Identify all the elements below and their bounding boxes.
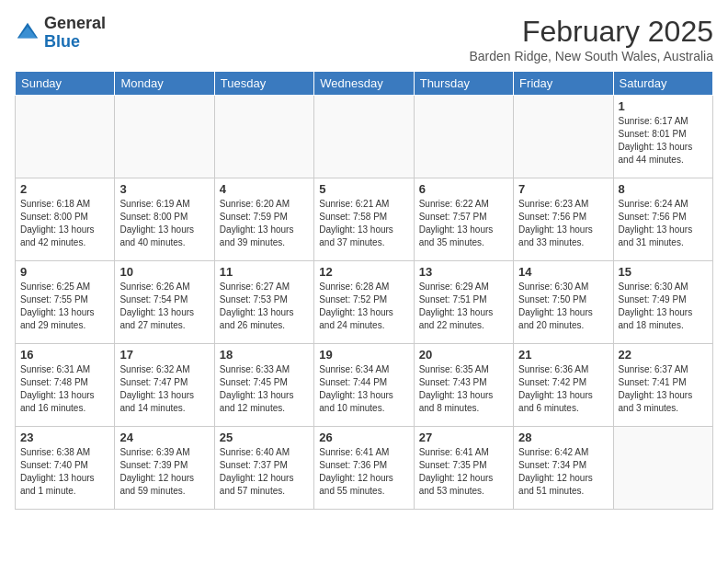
day-header-tuesday: Tuesday bbox=[214, 72, 313, 96]
logo: General Blue bbox=[15, 15, 106, 52]
day-number: 19 bbox=[319, 348, 408, 362]
calendar-cell bbox=[214, 96, 313, 178]
day-number: 7 bbox=[518, 182, 608, 196]
day-number: 1 bbox=[619, 99, 708, 113]
day-header-friday: Friday bbox=[514, 72, 613, 96]
cell-info: Sunrise: 6:33 AM Sunset: 7:45 PM Dayligh… bbox=[220, 363, 309, 415]
logo-text: General Blue bbox=[44, 15, 106, 52]
day-number: 13 bbox=[419, 265, 508, 279]
calendar-cell bbox=[514, 96, 613, 178]
day-number: 14 bbox=[518, 265, 608, 279]
day-number: 22 bbox=[619, 348, 708, 362]
cell-info: Sunrise: 6:30 AM Sunset: 7:50 PM Dayligh… bbox=[518, 281, 608, 332]
calendar-cell: 1Sunrise: 6:17 AM Sunset: 8:01 PM Daylig… bbox=[613, 96, 712, 178]
cell-info: Sunrise: 6:22 AM Sunset: 7:57 PM Dayligh… bbox=[419, 198, 508, 249]
calendar-cell: 23Sunrise: 6:38 AM Sunset: 7:40 PM Dayli… bbox=[16, 427, 115, 510]
calendar-cell bbox=[613, 427, 712, 510]
day-header-wednesday: Wednesday bbox=[314, 72, 414, 96]
calendar-cell: 27Sunrise: 6:41 AM Sunset: 7:35 PM Dayli… bbox=[414, 427, 513, 510]
cell-info: Sunrise: 6:41 AM Sunset: 7:35 PM Dayligh… bbox=[419, 446, 508, 498]
cell-info: Sunrise: 6:26 AM Sunset: 7:54 PM Dayligh… bbox=[119, 281, 209, 332]
day-number: 15 bbox=[619, 265, 708, 279]
cell-info: Sunrise: 6:34 AM Sunset: 7:44 PM Dayligh… bbox=[319, 363, 408, 415]
day-number: 23 bbox=[20, 431, 109, 444]
week-row-1: 2Sunrise: 6:18 AM Sunset: 8:00 PM Daylig… bbox=[16, 178, 713, 261]
calendar-cell bbox=[414, 96, 513, 178]
calendar-cell: 19Sunrise: 6:34 AM Sunset: 7:44 PM Dayli… bbox=[314, 344, 414, 427]
calendar-body: 1Sunrise: 6:17 AM Sunset: 8:01 PM Daylig… bbox=[16, 96, 713, 510]
cell-info: Sunrise: 6:17 AM Sunset: 8:01 PM Dayligh… bbox=[619, 115, 708, 167]
calendar-cell: 18Sunrise: 6:33 AM Sunset: 7:45 PM Dayli… bbox=[214, 344, 313, 427]
week-row-4: 23Sunrise: 6:38 AM Sunset: 7:40 PM Dayli… bbox=[16, 427, 713, 510]
calendar-cell: 15Sunrise: 6:30 AM Sunset: 7:49 PM Dayli… bbox=[613, 261, 712, 344]
day-number: 2 bbox=[20, 182, 109, 196]
week-row-3: 16Sunrise: 6:31 AM Sunset: 7:48 PM Dayli… bbox=[16, 344, 713, 427]
cell-info: Sunrise: 6:27 AM Sunset: 7:53 PM Dayligh… bbox=[220, 281, 309, 332]
cell-info: Sunrise: 6:36 AM Sunset: 7:42 PM Dayligh… bbox=[518, 363, 608, 415]
day-number: 20 bbox=[419, 348, 508, 362]
day-number: 24 bbox=[119, 431, 209, 444]
logo-icon bbox=[15, 20, 40, 46]
cell-info: Sunrise: 6:41 AM Sunset: 7:36 PM Dayligh… bbox=[319, 446, 408, 498]
calendar-cell: 11Sunrise: 6:27 AM Sunset: 7:53 PM Dayli… bbox=[214, 261, 313, 344]
cell-info: Sunrise: 6:21 AM Sunset: 7:58 PM Dayligh… bbox=[319, 198, 408, 249]
cell-info: Sunrise: 6:23 AM Sunset: 7:56 PM Dayligh… bbox=[518, 198, 608, 249]
cell-info: Sunrise: 6:30 AM Sunset: 7:49 PM Dayligh… bbox=[619, 281, 708, 332]
day-number: 11 bbox=[220, 265, 309, 279]
day-number: 28 bbox=[518, 431, 608, 444]
week-row-2: 9Sunrise: 6:25 AM Sunset: 7:55 PM Daylig… bbox=[16, 261, 713, 344]
calendar-cell: 28Sunrise: 6:42 AM Sunset: 7:34 PM Dayli… bbox=[514, 427, 613, 510]
day-header-sunday: Sunday bbox=[16, 72, 115, 96]
day-header-monday: Monday bbox=[115, 72, 214, 96]
calendar-cell bbox=[115, 96, 214, 178]
day-number: 16 bbox=[20, 348, 109, 362]
cell-info: Sunrise: 6:39 AM Sunset: 7:39 PM Dayligh… bbox=[119, 446, 209, 498]
cell-info: Sunrise: 6:24 AM Sunset: 7:56 PM Dayligh… bbox=[619, 198, 708, 249]
calendar-cell: 25Sunrise: 6:40 AM Sunset: 7:37 PM Dayli… bbox=[214, 427, 313, 510]
day-number: 12 bbox=[319, 265, 408, 279]
cell-info: Sunrise: 6:38 AM Sunset: 7:40 PM Dayligh… bbox=[20, 446, 109, 498]
cell-info: Sunrise: 6:37 AM Sunset: 7:41 PM Dayligh… bbox=[619, 363, 708, 415]
calendar-cell: 24Sunrise: 6:39 AM Sunset: 7:39 PM Dayli… bbox=[115, 427, 214, 510]
day-number: 4 bbox=[220, 182, 309, 196]
cell-info: Sunrise: 6:42 AM Sunset: 7:34 PM Dayligh… bbox=[518, 446, 608, 498]
calendar-cell: 16Sunrise: 6:31 AM Sunset: 7:48 PM Dayli… bbox=[16, 344, 115, 427]
calendar-cell: 3Sunrise: 6:19 AM Sunset: 8:00 PM Daylig… bbox=[115, 178, 214, 261]
page-header: General Blue February 2025 Barden Ridge,… bbox=[15, 15, 713, 63]
calendar-cell: 22Sunrise: 6:37 AM Sunset: 7:41 PM Dayli… bbox=[613, 344, 712, 427]
calendar-cell bbox=[314, 96, 414, 178]
day-number: 9 bbox=[20, 265, 109, 279]
week-row-0: 1Sunrise: 6:17 AM Sunset: 8:01 PM Daylig… bbox=[16, 96, 713, 178]
calendar-cell: 6Sunrise: 6:22 AM Sunset: 7:57 PM Daylig… bbox=[414, 178, 513, 261]
day-number: 27 bbox=[419, 431, 508, 444]
day-number: 18 bbox=[220, 348, 309, 362]
day-number: 17 bbox=[119, 348, 209, 362]
day-number: 21 bbox=[518, 348, 608, 362]
calendar-cell: 14Sunrise: 6:30 AM Sunset: 7:50 PM Dayli… bbox=[514, 261, 613, 344]
calendar: SundayMondayTuesdayWednesdayThursdayFrid… bbox=[15, 71, 713, 510]
cell-info: Sunrise: 6:19 AM Sunset: 8:00 PM Dayligh… bbox=[119, 198, 209, 249]
calendar-cell: 4Sunrise: 6:20 AM Sunset: 7:59 PM Daylig… bbox=[214, 178, 313, 261]
calendar-cell: 5Sunrise: 6:21 AM Sunset: 7:58 PM Daylig… bbox=[314, 178, 414, 261]
day-number: 5 bbox=[319, 182, 408, 196]
cell-info: Sunrise: 6:29 AM Sunset: 7:51 PM Dayligh… bbox=[419, 281, 508, 332]
calendar-cell: 9Sunrise: 6:25 AM Sunset: 7:55 PM Daylig… bbox=[16, 261, 115, 344]
calendar-cell bbox=[16, 96, 115, 178]
calendar-cell: 10Sunrise: 6:26 AM Sunset: 7:54 PM Dayli… bbox=[115, 261, 214, 344]
day-header-thursday: Thursday bbox=[414, 72, 513, 96]
calendar-cell: 2Sunrise: 6:18 AM Sunset: 8:00 PM Daylig… bbox=[16, 178, 115, 261]
day-number: 26 bbox=[319, 431, 408, 444]
cell-info: Sunrise: 6:31 AM Sunset: 7:48 PM Dayligh… bbox=[20, 363, 109, 415]
calendar-cell: 7Sunrise: 6:23 AM Sunset: 7:56 PM Daylig… bbox=[514, 178, 613, 261]
calendar-cell: 13Sunrise: 6:29 AM Sunset: 7:51 PM Dayli… bbox=[414, 261, 513, 344]
cell-info: Sunrise: 6:20 AM Sunset: 7:59 PM Dayligh… bbox=[220, 198, 309, 249]
calendar-cell: 26Sunrise: 6:41 AM Sunset: 7:36 PM Dayli… bbox=[314, 427, 414, 510]
day-number: 6 bbox=[419, 182, 508, 196]
cell-info: Sunrise: 6:40 AM Sunset: 7:37 PM Dayligh… bbox=[220, 446, 309, 498]
calendar-cell: 20Sunrise: 6:35 AM Sunset: 7:43 PM Dayli… bbox=[414, 344, 513, 427]
cell-info: Sunrise: 6:18 AM Sunset: 8:00 PM Dayligh… bbox=[20, 198, 109, 249]
calendar-cell: 12Sunrise: 6:28 AM Sunset: 7:52 PM Dayli… bbox=[314, 261, 414, 344]
cell-info: Sunrise: 6:35 AM Sunset: 7:43 PM Dayligh… bbox=[419, 363, 508, 415]
calendar-cell: 21Sunrise: 6:36 AM Sunset: 7:42 PM Dayli… bbox=[514, 344, 613, 427]
calendar-cell: 17Sunrise: 6:32 AM Sunset: 7:47 PM Dayli… bbox=[115, 344, 214, 427]
